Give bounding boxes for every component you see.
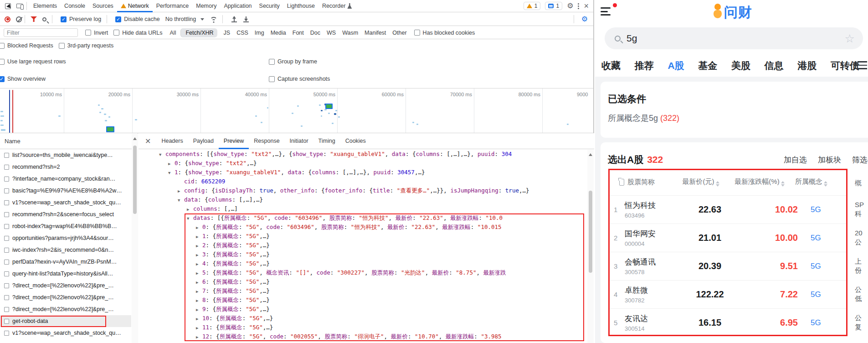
filter-type-img[interactable]: Img xyxy=(255,30,264,36)
request-row[interactable]: iwc-index?rsh=2&is_recommend=0&n… xyxy=(0,244,131,256)
throttling-select[interactable]: No throttling xyxy=(165,16,204,22)
column-header[interactable]: 最新涨跌幅(%) xyxy=(730,177,789,187)
collapsed-arrow-icon[interactable]: ▶ xyxy=(196,269,202,277)
network-overview-timeline[interactable]: 10000 ms20000 ms30000 ms40000 ms50000 ms… xyxy=(0,88,593,133)
collapsed-arrow-icon[interactable]: ▶ xyxy=(196,223,202,232)
preserve-log-checkbox[interactable]: ✓Preserve log xyxy=(61,16,101,22)
filter-type-media[interactable]: Media xyxy=(271,30,286,36)
request-row[interactable]: v1?scene=wap_search_shade_stock_qu… xyxy=(0,197,131,208)
stock-concept[interactable]: 5G xyxy=(798,290,841,299)
collapsed-arrow-icon[interactable]: ▶ xyxy=(196,232,202,241)
third-party-requests-checkbox[interactable]: 3rd-party requests xyxy=(59,42,113,49)
group-by-frame-checkbox[interactable]: Group by frame xyxy=(269,58,317,65)
collapsed-arrow-icon[interactable]: ▶ xyxy=(196,314,202,323)
menu-icon[interactable] xyxy=(601,7,611,18)
collapsed-arrow-icon[interactable]: ▶ xyxy=(196,260,202,268)
request-row[interactable]: opportunities?params=jrjh%3A4&sour… xyxy=(0,232,131,244)
tab-security[interactable]: Security xyxy=(256,0,283,12)
action-加板块[interactable]: 加板块 xyxy=(818,155,841,165)
nav-more-icon[interactable] xyxy=(858,61,867,72)
filter-type-manifest[interactable]: Manifest xyxy=(365,30,386,36)
action-加自选[interactable]: 加自选 xyxy=(784,155,807,165)
request-row[interactable]: ?direct_mode=[%22lenovo%22]&pre_… xyxy=(0,303,131,315)
detail-tab-cookies[interactable]: Cookies xyxy=(340,133,371,149)
detail-tab-initiator[interactable]: Initiator xyxy=(285,133,313,149)
stock-concept[interactable]: 5G xyxy=(798,234,841,243)
search-input[interactable]: 5g xyxy=(627,33,637,44)
request-row[interactable]: ?direct_mode=[%22lenovo%22]&pre_… xyxy=(0,291,131,303)
stock-row[interactable]: 4卓胜微300782122.227.225G xyxy=(608,280,847,308)
filter-type-other[interactable]: Other xyxy=(392,30,406,36)
request-row[interactable]: perfData?hexin-v=AyVAIn_mrZB-PsnM… xyxy=(0,256,131,268)
filter-type-css[interactable]: CSS xyxy=(236,30,248,36)
clear-network-log-icon[interactable] xyxy=(16,16,22,22)
nav-tab-信息[interactable]: 信息 xyxy=(765,59,784,72)
detail-tab-timing[interactable]: Timing xyxy=(313,133,340,149)
detail-tab-payload[interactable]: Payload xyxy=(188,133,219,149)
tab-sources[interactable]: Sources xyxy=(89,0,117,12)
disable-cache-checkbox[interactable]: ✓Disable cache xyxy=(115,16,160,22)
nav-tab-基金[interactable]: 基金 xyxy=(698,59,717,72)
tab-console[interactable]: Console xyxy=(61,0,89,12)
stock-row[interactable]: 5友讯达30051416.156.955G xyxy=(608,308,847,337)
hide-data-urls-checkbox[interactable]: Hide data URLs xyxy=(113,30,162,36)
request-row[interactable]: ?direct_mode=[%22lenovo%22]&pre_… xyxy=(0,280,131,291)
wencai-logo[interactable]: 问财 xyxy=(713,4,752,19)
tab-lighthouse[interactable]: Lighthouse xyxy=(283,0,318,12)
nav-tab-美股[interactable]: 美股 xyxy=(731,59,750,72)
filter-type-font[interactable]: Font xyxy=(293,30,304,36)
tab-performance[interactable]: Performance xyxy=(153,0,193,12)
nav-tab-A股[interactable]: A股 xyxy=(668,59,684,72)
expanded-arrow-icon[interactable]: ▼ xyxy=(159,150,165,159)
collapsed-arrow-icon[interactable]: ▶ xyxy=(196,296,202,305)
device-toolbar-icon[interactable] xyxy=(15,2,24,10)
messages-badge[interactable]: 1 xyxy=(545,2,562,10)
preview-scrollbar[interactable] xyxy=(587,150,594,343)
nav-tab-收藏[interactable]: 收藏 xyxy=(601,59,621,72)
use-large-rows-checkbox[interactable]: Use large request rows xyxy=(0,58,66,65)
import-har-icon[interactable] xyxy=(231,16,237,22)
request-row[interactable]: robot-index?tag=wap%E4%B8%BB%B… xyxy=(0,220,131,232)
collapsed-arrow-icon[interactable]: ▶ xyxy=(187,205,193,213)
network-settings-gear-icon[interactable]: ⚙ xyxy=(581,16,588,23)
invert-checkbox[interactable]: Invert xyxy=(85,30,108,36)
record-network-log-icon[interactable] xyxy=(5,16,10,22)
tab-application[interactable]: Application xyxy=(220,0,255,12)
request-list-scrollbar[interactable] xyxy=(132,134,138,343)
request-row[interactable]: recommend?rsh=2&scene=focus_select xyxy=(0,208,131,220)
collapsed-arrow-icon[interactable]: ▶ xyxy=(196,333,202,341)
expanded-arrow-icon[interactable]: ▼ xyxy=(178,196,184,204)
has-blocked-cookies-checkbox[interactable]: Has blocked cookies xyxy=(414,30,475,36)
request-row[interactable]: get-robot-data xyxy=(0,315,131,327)
tab-network[interactable]: Network xyxy=(117,0,153,12)
more-options-icon[interactable] xyxy=(578,3,579,9)
collapsed-arrow-icon[interactable]: ▶ xyxy=(178,187,184,195)
export-har-icon[interactable] xyxy=(243,16,249,22)
filter-input[interactable] xyxy=(4,28,78,37)
request-row[interactable]: list?source=ths_mobile_iwencai&type… xyxy=(0,149,131,161)
search-bar[interactable]: 5g ☆ xyxy=(605,27,863,49)
nav-tab-可转债[interactable]: 可转债 xyxy=(831,59,859,72)
stock-concept[interactable]: 5G xyxy=(798,318,841,327)
settings-gear-icon[interactable]: ⚙ xyxy=(567,2,573,10)
collapsed-arrow-icon[interactable]: ▶ xyxy=(196,323,202,332)
request-row[interactable]: ?interface_name=company_stock&ran… xyxy=(0,173,131,185)
search-network-icon[interactable] xyxy=(42,17,46,21)
condition-text[interactable]: 所属概念是5g (322) xyxy=(608,113,868,124)
detail-tab-response[interactable]: Response xyxy=(249,133,284,149)
stock-concept[interactable]: 5G xyxy=(798,205,841,214)
filter-type-fetchxhr[interactable]: Fetch/XHR xyxy=(180,28,217,37)
tab-memory[interactable]: Memory xyxy=(192,0,220,12)
stock-concept[interactable]: 5G xyxy=(798,262,841,271)
filter-type-wasm[interactable]: Wasm xyxy=(342,30,358,36)
request-row[interactable]: recommend?rsh=2 xyxy=(0,161,131,173)
stock-row[interactable]: 3会畅通讯30057820.399.515G xyxy=(608,252,847,280)
collapsed-arrow-icon[interactable]: ▶ xyxy=(196,305,202,314)
tab-recorder[interactable]: Recorder xyxy=(318,0,355,12)
warnings-badge[interactable]: 1 xyxy=(524,2,541,10)
show-overview-checkbox[interactable]: ✓Show overview xyxy=(0,76,46,82)
request-row[interactable]: basic?tag=%E9%97%AE%E8%B4%A2w… xyxy=(0,185,131,197)
tab-elements[interactable]: Elements xyxy=(30,0,61,12)
expanded-arrow-icon[interactable]: ▼ xyxy=(187,214,193,223)
column-header[interactable]: 最新价(元) xyxy=(671,177,730,187)
